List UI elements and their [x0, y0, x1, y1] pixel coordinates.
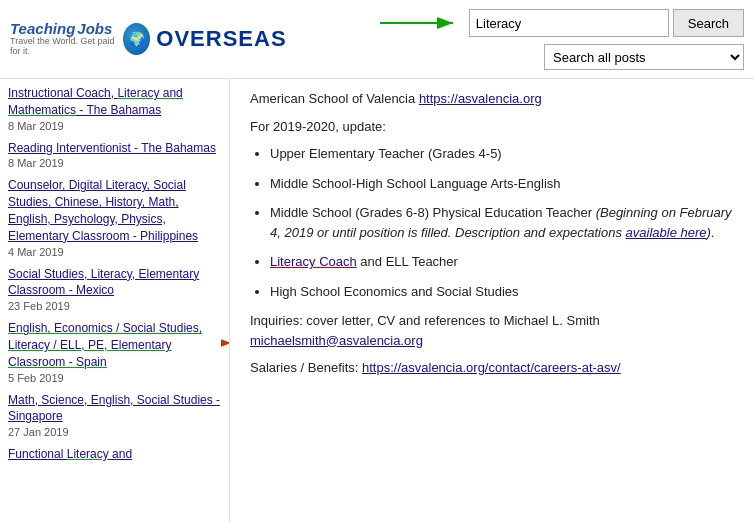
link-highlight-5a: English, Economics / Social Studies, Lit…	[8, 321, 202, 369]
logo-overseas: OVERSEAS	[156, 26, 286, 52]
inquiries-label: Inquiries: cover letter, CV and referenc…	[250, 313, 600, 328]
job-text-4a: Literacy Coach and ELL Teacher	[270, 254, 458, 269]
job-text-2: Middle School-High School Language Arts-…	[270, 176, 561, 191]
logo-teaching: Teaching	[10, 21, 75, 38]
job-item-5: High School Economics and Social Studies	[270, 282, 734, 302]
search-area: Literacy Search Search all posts All Cat…	[375, 8, 744, 70]
job-text-5: High School Economics and Social Studies	[270, 284, 519, 299]
logo-jobs: Jobs	[77, 21, 112, 38]
sidebar-link-6[interactable]: Math, Science, English, Social Studies -…	[8, 392, 221, 426]
sidebar: Instructional Coach, Literacy and Mathem…	[0, 79, 230, 522]
inquiries-text: Inquiries: cover letter, CV and referenc…	[250, 311, 734, 350]
sidebar-item-3: Counselor, Digital Literacy, Social Stud…	[8, 177, 221, 257]
job-text-1: Upper Elementary Teacher (Grades 4-5)	[270, 146, 502, 161]
link-text-7b: and	[109, 447, 132, 461]
job-item-4: Literacy Coach and ELL Teacher	[270, 252, 734, 272]
sidebar-item-1: Instructional Coach, Literacy and Mathem…	[8, 85, 221, 132]
sidebar-item-4: Social Studies, Literacy, Elementary Cla…	[8, 266, 221, 313]
job-text-3c: .	[711, 225, 715, 240]
job-item-2: Middle School-High School Language Arts-…	[270, 174, 734, 194]
globe-icon: 🌍	[123, 23, 150, 55]
logo-tagline: Travel the World. Get paid for it.	[10, 37, 117, 57]
intro-text: For 2019-2020, update:	[250, 117, 734, 137]
job-list: Upper Elementary Teacher (Grades 4-5) Mi…	[270, 144, 734, 301]
sidebar-item-7: Functional Literacy and	[8, 446, 221, 463]
school-intro: American School of Valencia https://asva…	[250, 89, 734, 109]
green-arrow-icon	[375, 8, 465, 38]
literacy-coach-text: Literacy Coach	[270, 254, 357, 269]
sidebar-link-1[interactable]: Instructional Coach, Literacy and Mathem…	[8, 85, 221, 119]
job-text-3a: Middle School (Grades 6-8) Physical Educ…	[270, 205, 596, 220]
content-area: American School of Valencia https://asva…	[230, 79, 754, 522]
main: Instructional Coach, Literacy and Mathem…	[0, 79, 754, 522]
school-name: American School of Valencia	[250, 91, 415, 106]
sidebar-link-5[interactable]: English, Economics / Social Studies, Lit…	[8, 320, 221, 370]
link-text-1b: - The Bahamas	[76, 103, 161, 117]
header: Teaching Jobs Travel the World. Get paid…	[0, 0, 754, 79]
search-button[interactable]: Search	[673, 9, 744, 37]
salary-url-link[interactable]: https://asvalencia.org/contact/careers-a…	[362, 360, 621, 375]
salary-label: Salaries / Benefits:	[250, 360, 358, 375]
logo-area: Teaching Jobs Travel the World. Get paid…	[10, 21, 240, 57]
search-row2: Search all posts All Categories Jobs Sch…	[544, 44, 744, 70]
logo-text: Teaching Jobs Travel the World. Get paid…	[10, 21, 287, 57]
salary-text: Salaries / Benefits: https://asvalencia.…	[250, 358, 734, 378]
link-highlight-7: Literacy	[67, 447, 109, 461]
sidebar-item-5: English, Economics / Social Studies, Lit…	[8, 320, 221, 383]
sidebar-date-1: 8 Mar 2019	[8, 120, 221, 132]
search-input[interactable]: Literacy	[469, 9, 669, 37]
sidebar-link-7[interactable]: Functional Literacy and	[8, 446, 221, 463]
school-url-link[interactable]: https://asvalencia.org	[419, 91, 542, 106]
sidebar-date-2: 8 Mar 2019	[8, 157, 221, 169]
search-all-select[interactable]: Search all posts All Categories Jobs Sch…	[544, 44, 744, 70]
job-item-3: Middle School (Grades 6-8) Physical Educ…	[270, 203, 734, 242]
sidebar-date-4: 23 Feb 2019	[8, 300, 221, 312]
sidebar-date-5: 5 Feb 2019	[8, 372, 221, 384]
email-link[interactable]: michaelsmith@asvalencia.org	[250, 333, 423, 348]
sidebar-date-6: 27 Jan 2019	[8, 426, 221, 438]
sidebar-item-2: Reading Interventionist - The Bahamas 8 …	[8, 140, 221, 170]
job-item-1: Upper Elementary Teacher (Grades 4-5)	[270, 144, 734, 164]
available-here-link[interactable]: available here	[626, 225, 707, 240]
sidebar-link-4[interactable]: Social Studies, Literacy, Elementary Cla…	[8, 266, 221, 300]
sidebar-link-3[interactable]: Counselor, Digital Literacy, Social Stud…	[8, 177, 221, 244]
link-text-7a: Functional	[8, 447, 67, 461]
red-arrow-icon	[221, 328, 230, 358]
search-row1: Literacy Search	[375, 8, 744, 38]
sidebar-link-2[interactable]: Reading Interventionist - The Bahamas	[8, 140, 221, 157]
sidebar-date-3: 4 Mar 2019	[8, 246, 221, 258]
sidebar-item-6: Math, Science, English, Social Studies -…	[8, 392, 221, 439]
link-text-1a: Instructional Coach,	[8, 86, 117, 100]
